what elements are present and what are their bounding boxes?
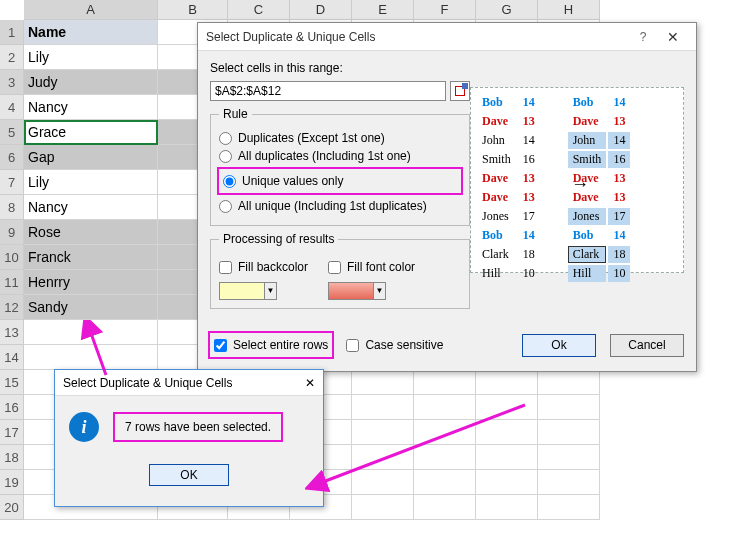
row-header[interactable]: 5 <box>0 120 24 145</box>
radio-unique-only[interactable]: Unique values only <box>223 174 457 188</box>
row-header[interactable]: 14 <box>0 345 24 370</box>
cell[interactable] <box>352 420 414 445</box>
cell[interactable] <box>414 470 476 495</box>
row-header[interactable]: 20 <box>0 495 24 520</box>
row-header[interactable]: 2 <box>0 45 24 70</box>
cell[interactable]: Judy <box>24 70 158 95</box>
cell[interactable] <box>414 370 476 395</box>
cell[interactable]: Gap <box>24 145 158 170</box>
result-ok-button[interactable]: OK <box>149 464 229 486</box>
column-header[interactable]: G <box>476 0 538 20</box>
cell[interactable]: Rose <box>24 220 158 245</box>
cell[interactable] <box>538 470 600 495</box>
column-header[interactable]: H <box>538 0 600 20</box>
cell[interactable] <box>538 395 600 420</box>
cell[interactable]: Nancy <box>24 195 158 220</box>
cell[interactable] <box>538 495 600 520</box>
range-label: Select cells in this range: <box>210 61 470 75</box>
ok-button[interactable]: Ok <box>522 334 596 357</box>
row-header[interactable]: 3 <box>0 70 24 95</box>
cell[interactable] <box>476 370 538 395</box>
column-header[interactable]: C <box>228 0 290 20</box>
cell[interactable]: Henrry <box>24 270 158 295</box>
column-header[interactable]: B <box>158 0 228 20</box>
column-header[interactable]: D <box>290 0 352 20</box>
check-fill-fontcolor[interactable]: Fill font color <box>328 260 415 274</box>
fontcolor-swatch[interactable]: ▼ <box>328 282 386 300</box>
chevron-down-icon: ▼ <box>264 283 276 299</box>
row-header[interactable]: 7 <box>0 170 24 195</box>
row-header[interactable]: 9 <box>0 220 24 245</box>
cell[interactable] <box>352 495 414 520</box>
row-header[interactable]: 1 <box>0 20 24 45</box>
radio-duplicates-except[interactable]: Duplicates (Except 1st one) <box>219 131 461 145</box>
preview-pane: Bob14Dave13John14Smith16Dave13Dave13Jone… <box>470 87 684 273</box>
row-header[interactable]: 10 <box>0 245 24 270</box>
rule-fieldset: Rule Duplicates (Except 1st one) All dup… <box>210 107 470 226</box>
cell[interactable] <box>538 370 600 395</box>
cancel-button[interactable]: Cancel <box>610 334 684 357</box>
cell[interactable] <box>352 370 414 395</box>
cell[interactable]: Franck <box>24 245 158 270</box>
cell[interactable]: Lily <box>24 170 158 195</box>
range-input[interactable] <box>210 81 446 101</box>
result-title: Select Duplicate & Unique Cells <box>63 370 305 396</box>
cell[interactable] <box>414 495 476 520</box>
column-header[interactable]: F <box>414 0 476 20</box>
row-header[interactable]: 18 <box>0 445 24 470</box>
highlight-unique: Unique values only <box>217 167 463 195</box>
cell[interactable] <box>352 470 414 495</box>
cell[interactable]: Grace <box>24 120 158 145</box>
cell[interactable] <box>538 445 600 470</box>
cell[interactable]: Nancy <box>24 95 158 120</box>
processing-legend: Processing of results <box>219 232 338 246</box>
dialog-title: Select Duplicate & Unique Cells <box>206 23 628 51</box>
cell[interactable]: Lily <box>24 45 158 70</box>
check-fill-backcolor[interactable]: Fill backcolor <box>219 260 308 274</box>
result-dialog: Select Duplicate & Unique Cells ✕ i 7 ro… <box>54 369 324 507</box>
row-header[interactable]: 8 <box>0 195 24 220</box>
row-header[interactable]: 13 <box>0 320 24 345</box>
check-select-entire-rows[interactable]: Select entire rows <box>214 338 328 352</box>
row-header[interactable]: 6 <box>0 145 24 170</box>
row-header[interactable]: 15 <box>0 370 24 395</box>
cell[interactable] <box>476 495 538 520</box>
backcolor-swatch[interactable]: ▼ <box>219 282 277 300</box>
cell[interactable] <box>352 395 414 420</box>
cell[interactable] <box>476 445 538 470</box>
cell[interactable] <box>24 320 158 345</box>
cell[interactable] <box>352 445 414 470</box>
chevron-down-icon: ▼ <box>373 283 385 299</box>
radio-all-duplicates[interactable]: All duplicates (Including 1st one) <box>219 149 461 163</box>
column-header[interactable]: E <box>352 0 414 20</box>
rule-legend: Rule <box>219 107 252 121</box>
highlight-select-rows: Select entire rows <box>208 331 334 359</box>
cell[interactable] <box>414 420 476 445</box>
radio-all-unique[interactable]: All unique (Including 1st duplicates) <box>219 199 461 213</box>
arrow-right-icon: → <box>571 174 589 195</box>
cell[interactable] <box>414 445 476 470</box>
row-header[interactable]: 16 <box>0 395 24 420</box>
row-header[interactable]: 12 <box>0 295 24 320</box>
check-case-sensitive[interactable]: Case sensitive <box>346 338 443 352</box>
info-icon: i <box>69 412 99 442</box>
column-header[interactable]: A <box>24 0 158 20</box>
range-picker-icon[interactable] <box>450 81 470 101</box>
row-header[interactable]: 4 <box>0 95 24 120</box>
row-header[interactable]: 11 <box>0 270 24 295</box>
close-icon[interactable]: ✕ <box>305 370 315 396</box>
cell[interactable] <box>476 470 538 495</box>
cell[interactable]: Sandy <box>24 295 158 320</box>
row-header[interactable]: 17 <box>0 420 24 445</box>
result-message: 7 rows have been selected. <box>113 412 283 442</box>
help-icon[interactable]: ? <box>628 23 658 51</box>
result-titlebar: Select Duplicate & Unique Cells ✕ <box>55 370 323 396</box>
close-icon[interactable]: ✕ <box>658 23 688 51</box>
cell[interactable] <box>476 420 538 445</box>
row-header[interactable]: 19 <box>0 470 24 495</box>
cell[interactable] <box>538 420 600 445</box>
cell[interactable] <box>24 345 158 370</box>
cell[interactable] <box>476 395 538 420</box>
cell[interactable]: Name <box>24 20 158 45</box>
cell[interactable] <box>414 395 476 420</box>
